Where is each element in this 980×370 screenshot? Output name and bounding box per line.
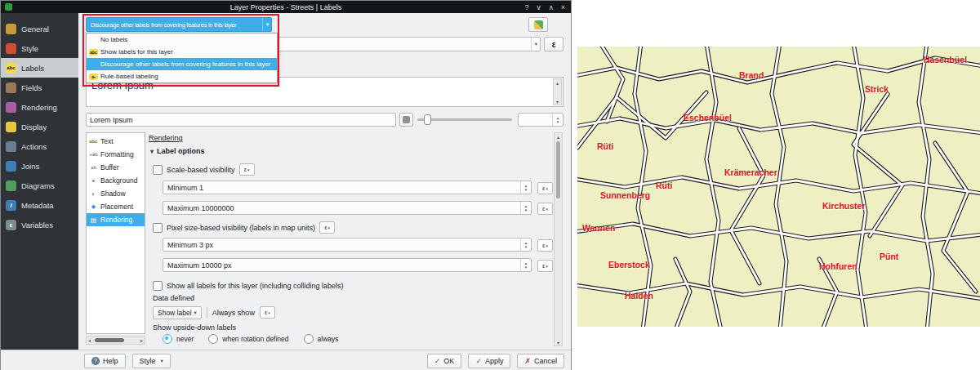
preview-size-spinbox[interactable]: [518, 113, 564, 127]
pixel-visibility-checkbox[interactable]: [153, 223, 163, 233]
sidebar-item-display[interactable]: Display: [1, 117, 78, 136]
preview-scrollbar[interactable]: ▴ ▾: [553, 78, 562, 105]
shade-button[interactable]: ∨: [537, 3, 541, 11]
scale-visibility-row: Scale-based visibility: [153, 164, 255, 175]
scale-visibility-checkbox[interactable]: [153, 165, 163, 175]
sidebar-item-rendering[interactable]: Rendering: [1, 97, 78, 117]
spin-arrows-icon[interactable]: [520, 202, 531, 214]
data-defined-button[interactable]: [319, 221, 335, 234]
metadata-icon: [6, 200, 16, 211]
spin-arrows-icon[interactable]: [520, 181, 531, 194]
tab-label: Text: [100, 137, 114, 145]
automated-placement-settings-button[interactable]: [528, 17, 548, 32]
help-button[interactable]: ?Help: [84, 354, 126, 368]
label-options-group-header[interactable]: Label options: [150, 147, 205, 155]
tab-shadow[interactable]: Shadow: [87, 187, 145, 200]
data-defined-button[interactable]: [537, 203, 553, 215]
scrollbar-thumb[interactable]: [95, 338, 124, 342]
tab-text[interactable]: Text: [87, 135, 145, 148]
style-button[interactable]: Style: [132, 354, 171, 368]
dropdown-item-rule-based[interactable]: Rule-based labeling: [87, 70, 277, 82]
labeling-mode-combobox[interactable]: Discourage other labels from covering fe…: [86, 17, 272, 32]
dropdown-item-show-labels[interactable]: Show labels for this layer: [87, 46, 277, 58]
rule-based-icon: [89, 74, 98, 80]
radio-when-rotation-defined[interactable]: [208, 334, 218, 344]
whats-this-button[interactable]: ?: [525, 3, 529, 11]
scroll-up-icon[interactable]: ▴: [556, 79, 559, 86]
data-defined-button[interactable]: [537, 260, 553, 272]
pixel-min-value: Minimum 3 px: [167, 241, 213, 249]
sidebar-item-label: Actions: [21, 142, 47, 151]
show-label-row: Show label Always show: [153, 305, 275, 319]
sidebar-item-diagrams[interactable]: Diagrams: [1, 176, 78, 195]
scrollbar-thumb[interactable]: [556, 141, 560, 198]
data-defined-section-label: Data defined: [153, 294, 194, 302]
sidebar-item-fields[interactable]: Fields: [1, 78, 78, 97]
chevron-down-icon: [159, 354, 163, 368]
show-all-labels-checkbox[interactable]: [153, 281, 163, 291]
pixel-max-spinbox[interactable]: Maximum 10000 px: [163, 258, 532, 272]
pixel-min-spinbox[interactable]: Minimum 3 px: [163, 238, 532, 252]
data-defined-button[interactable]: [260, 306, 275, 319]
show-label-text: Show label: [158, 309, 192, 317]
scroll-up-icon[interactable]: ▴: [557, 133, 559, 140]
collapse-triangle-icon: [150, 147, 154, 155]
ok-button[interactable]: ✓OK: [427, 354, 462, 368]
show-all-labels-row: Show all labels for this layer (includin…: [153, 280, 344, 291]
tab-buffer[interactable]: Buffer: [87, 161, 145, 174]
pixel-visibility-row: Pixel size-based visibility (labels in m…: [153, 222, 335, 233]
expression-builder-button[interactable]: ε: [544, 37, 564, 51]
upside-down-label: Show upside-down labels: [153, 323, 236, 332]
map-view[interactable]: Hasenbüel Brand Strick Eschenbüel Rüti K…: [577, 47, 980, 327]
tab-placement[interactable]: Placement: [87, 200, 145, 213]
show-label-button[interactable]: Show label: [153, 306, 202, 319]
map-canvas: [577, 47, 980, 327]
sidebar-item-variables[interactable]: Variables: [1, 215, 78, 234]
sidebar-item-labels[interactable]: Labels: [1, 58, 78, 78]
data-defined-button[interactable]: [239, 163, 255, 176]
apply-button[interactable]: ✓Apply: [468, 354, 510, 368]
dropdown-item-discourage[interactable]: Discourage other labels from covering fe…: [87, 58, 277, 70]
dropdown-item-no-labels[interactable]: No labels: [87, 33, 277, 46]
scale-min-spinbox[interactable]: Minimum 1: [163, 181, 532, 194]
sidebar-item-label: Labels: [21, 64, 44, 73]
close-button[interactable]: ×: [561, 3, 565, 11]
radio-always-label: always: [318, 335, 339, 343]
scroll-right-icon[interactable]: ▸: [140, 337, 143, 343]
maximize-button[interactable]: ∧: [549, 3, 554, 11]
tab-formatting[interactable]: Formatting: [87, 148, 145, 161]
spin-arrows-icon[interactable]: [520, 238, 531, 251]
sample-text-input[interactable]: [86, 113, 396, 127]
check-icon: ✓: [475, 357, 482, 365]
data-defined-button[interactable]: [537, 239, 553, 252]
sidebar-item-joins[interactable]: Joins: [1, 156, 78, 176]
scale-max-spinbox[interactable]: Maximum 10000000: [163, 201, 532, 215]
sidebar-item-actions[interactable]: Actions: [1, 136, 78, 156]
slider-handle[interactable]: [424, 114, 431, 125]
scale-max-value: Maximum 10000000: [167, 204, 234, 212]
sidebar-item-general[interactable]: General: [1, 19, 78, 38]
tab-rendering[interactable]: Rendering: [87, 213, 145, 226]
tab-background[interactable]: Background: [87, 174, 145, 187]
radio-never-label: never: [176, 335, 194, 343]
shadow-tab-icon: [89, 190, 98, 198]
scroll-down-icon[interactable]: ▾: [557, 339, 559, 345]
scroll-left-icon[interactable]: ◂: [88, 337, 91, 343]
radio-never[interactable]: [163, 334, 172, 344]
panel-scrollbar[interactable]: ▴ ▾: [554, 132, 563, 346]
scroll-down-icon[interactable]: ▾: [556, 98, 559, 105]
cancel-button[interactable]: ✗Cancel: [517, 354, 564, 368]
data-defined-button[interactable]: [537, 182, 553, 194]
tabs-horizontal-scrollbar[interactable]: ◂ ▸: [86, 336, 145, 345]
radio-always[interactable]: [304, 334, 314, 344]
sidebar-item-style[interactable]: Style: [1, 38, 78, 58]
titlebar[interactable]: Layer Properties - Streets | Labels ? ∨ …: [1, 1, 571, 13]
preview-scale-slider[interactable]: [417, 114, 512, 125]
display-icon: [6, 122, 16, 132]
sidebar-item-metadata[interactable]: Metadata: [1, 195, 78, 215]
upside-down-radio-group: never when rotation defined always: [163, 334, 339, 344]
qgis-logo-icon: [5, 3, 12, 11]
spin-arrows-icon[interactable]: [552, 114, 563, 126]
reset-sample-button[interactable]: [399, 113, 413, 127]
spin-arrows-icon[interactable]: [520, 259, 531, 271]
